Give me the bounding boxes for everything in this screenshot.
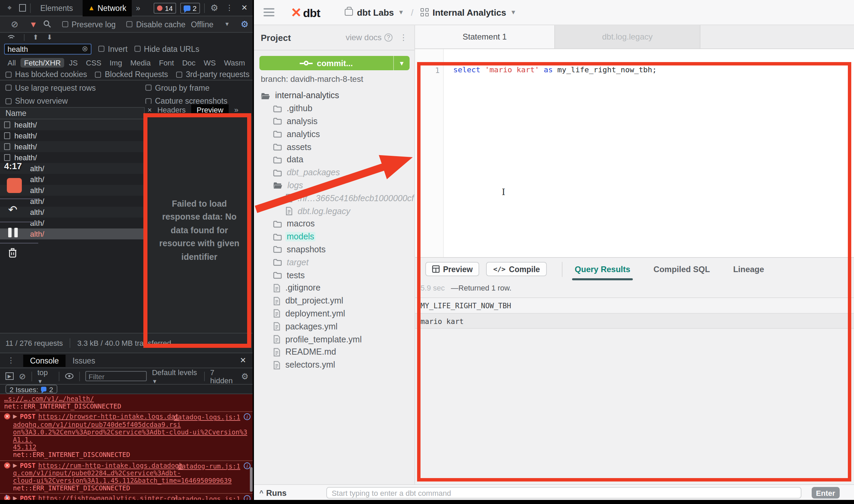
tree-item-assets[interactable]: assets <box>254 140 415 153</box>
tab-headers[interactable]: Headers <box>157 106 186 114</box>
project-kebab-icon[interactable]: ⋮ <box>399 33 408 42</box>
request-url-link[interactable]: adoghq.com/v1/input/pub740de5f405dcdaa9.… <box>13 420 181 428</box>
request-url-link[interactable]: on%3A3.0.2%2Cenv%3Aprod%2Cservice%3Adbt-… <box>13 428 247 443</box>
search-icon[interactable] <box>43 19 51 29</box>
network-conditions-icon[interactable] <box>7 33 16 41</box>
console-filter-input[interactable]: Filter <box>85 371 147 381</box>
type-filter-manifest[interactable]: Manifest <box>250 58 254 67</box>
tree-item-analysis[interactable]: analysis <box>254 115 415 128</box>
request-url-link[interactable]: 45.112 <box>13 443 37 451</box>
levels-select[interactable]: Default levels ▼ <box>152 368 199 384</box>
clear-icon[interactable]: ⊘ <box>11 19 18 29</box>
tree-item-models[interactable]: models <box>254 231 415 243</box>
runs-toggle[interactable]: ^Runs <box>259 488 287 498</box>
source-link[interactable]: datadog-rum.js:1 <box>178 462 240 470</box>
eye-icon[interactable] <box>65 372 74 380</box>
hide-data-urls-checkbox[interactable]: Hide data URLs <box>134 45 199 53</box>
context-select[interactable]: top ▼ <box>37 368 53 384</box>
issue-count-badge[interactable]: 2 <box>180 2 200 13</box>
tab-issues[interactable]: Issues <box>72 356 95 365</box>
show-overview-checkbox[interactable]: Show overview <box>5 97 145 105</box>
tree-item-dbt-packages[interactable]: dbt_packages <box>254 166 415 179</box>
tree-item-tests[interactable]: tests <box>254 269 415 282</box>
close-detail-icon[interactable]: × <box>147 106 152 114</box>
settings-gear-icon[interactable]: ⚙ <box>209 3 220 13</box>
info-icon[interactable]: i <box>244 462 251 469</box>
pause-button[interactable] <box>0 222 38 237</box>
type-filter-doc[interactable]: Doc <box>179 58 199 67</box>
type-filter-fetchxhr[interactable]: Fetch/XHR <box>20 58 64 67</box>
blocked-requests-checkbox[interactable]: Blocked Requests <box>95 70 168 78</box>
type-filter-wasm[interactable]: Wasm <box>220 58 248 67</box>
network-settings-gear-icon[interactable]: ⚙ <box>241 19 248 29</box>
tab-network[interactable]: ▲Network <box>83 0 132 16</box>
tab-preview[interactable]: Preview <box>191 104 229 115</box>
export-har-icon[interactable]: ⬇ <box>47 33 53 41</box>
tab-statement-1[interactable]: Statement 1 <box>415 25 555 48</box>
expand-triangle-icon[interactable]: ▶ <box>13 461 17 469</box>
project-selector[interactable]: Internal Analytics▼ <box>420 7 516 17</box>
request-url-link[interactable]: cloud-ui%2Cversion%3A1.1.45.112&batch_ti… <box>13 477 232 484</box>
has-blocked-cookies-checkbox[interactable]: Has blocked cookies <box>5 70 87 78</box>
inspect-element-icon[interactable]: ⌖ <box>4 3 15 13</box>
request-url-link[interactable]: https://rum-http-intake.logs.datadogh <box>38 461 183 469</box>
type-filter-all[interactable]: All <box>4 58 19 67</box>
tree-item-macros[interactable]: macros <box>254 218 415 231</box>
drawer-kebab-icon[interactable]: ⋮ <box>5 356 16 365</box>
result-cell[interactable]: mario kart <box>415 313 854 329</box>
stop-recording-button[interactable] <box>7 178 22 193</box>
request-url-link[interactable]: q.com/v1/input/pube02284…d%2Cservice%3Ad… <box>13 469 181 477</box>
import-har-icon[interactable]: ⬆ <box>33 33 39 41</box>
tree-item-dbt-log-legacy[interactable]: dbt.log.legacy <box>254 205 415 218</box>
commit-dropdown-chevron[interactable]: ▼ <box>393 56 410 70</box>
tab-compiled-sql[interactable]: Compiled SQL <box>654 258 710 280</box>
sql-editor[interactable]: 1 select 'mario kart' as my_life_right_n… <box>415 49 854 257</box>
console-prompt-chevron[interactable]: › <box>5 492 8 500</box>
commit-button[interactable]: commit... ▼ <box>259 56 410 70</box>
more-detail-tabs-icon[interactable]: » <box>234 106 238 114</box>
view-docs-link[interactable]: view docs? <box>346 33 393 42</box>
tree-item-target[interactable]: target <box>254 256 415 269</box>
tree-item-logs[interactable]: logs <box>254 179 415 192</box>
tree-item-deployment-yml[interactable]: deployment.yml <box>254 307 415 320</box>
clear-filter-icon[interactable]: ⊗ <box>82 44 88 53</box>
request-url-link[interactable]: https://browser-http-intake.logs.dat <box>38 413 179 420</box>
disable-cache-checkbox[interactable]: Disable cache <box>127 20 185 28</box>
issues-chip[interactable]: 2 Issues: 2 <box>5 385 57 394</box>
invert-checkbox[interactable]: Invert <box>98 45 128 53</box>
enter-button[interactable]: Enter <box>812 487 840 499</box>
console-sidebar-icon[interactable]: ▶ <box>5 372 14 380</box>
tab-elements[interactable]: Elements <box>35 1 79 15</box>
tree-item-packages-yml[interactable]: packages.yml <box>254 320 415 333</box>
tree-item-readme-md[interactable]: README.md <box>254 346 415 359</box>
console-settings-gear-icon[interactable]: ⚙ <box>241 371 249 381</box>
use-large-rows-checkbox[interactable]: Use large request rows <box>5 84 145 92</box>
preserve-log-checkbox[interactable]: Preserve log <box>62 20 116 28</box>
request-url-link[interactable]: …s://….com/v1/…/health/ <box>4 395 94 402</box>
close-drawer-icon[interactable]: ✕ <box>238 356 248 365</box>
tree-item-analytics[interactable]: analytics <box>254 128 415 141</box>
close-devtools-icon[interactable]: ✕ <box>239 3 250 13</box>
request-row[interactable]: health/ <box>0 141 145 152</box>
request-row[interactable]: health/ <box>0 130 145 141</box>
kebab-menu-icon[interactable]: ⋮ <box>224 3 235 13</box>
group-by-frame-checkbox[interactable]: Group by frame <box>145 84 210 92</box>
dbt-command-input[interactable]: Start typing to enter a dbt command <box>326 487 801 499</box>
tree-item--gitignore[interactable]: .gitignore <box>254 282 415 295</box>
type-filter-font[interactable]: Font <box>156 58 177 67</box>
clear-console-icon[interactable]: ⊘ <box>19 371 26 381</box>
account-selector[interactable]: dbt Labs▼ <box>345 7 404 17</box>
undo-icon[interactable]: ↶ <box>0 199 38 216</box>
tree-item-profile-template-yml[interactable]: profile_template.yml <box>254 333 415 346</box>
name-column-header[interactable]: Name <box>0 108 145 119</box>
expand-triangle-icon[interactable]: ▶ <box>13 413 17 420</box>
console-scrollbar[interactable] <box>250 467 253 492</box>
more-tabs-icon[interactable]: » <box>136 4 140 12</box>
tree-item--nf-3665c416bfecb1000000cf[interactable]: .nf…3665c416bfecb1000000cf <box>254 192 415 205</box>
type-filter-media[interactable]: Media <box>127 58 154 67</box>
tree-item-snapshots[interactable]: snapshots <box>254 243 415 256</box>
tree-item-internal-analytics[interactable]: internal-analytics <box>254 89 415 102</box>
type-filter-js[interactable]: JS <box>66 58 81 67</box>
result-column-header[interactable]: MY_LIFE_RIGHT_NOW_TBH <box>415 297 854 313</box>
trash-icon[interactable] <box>0 243 38 260</box>
